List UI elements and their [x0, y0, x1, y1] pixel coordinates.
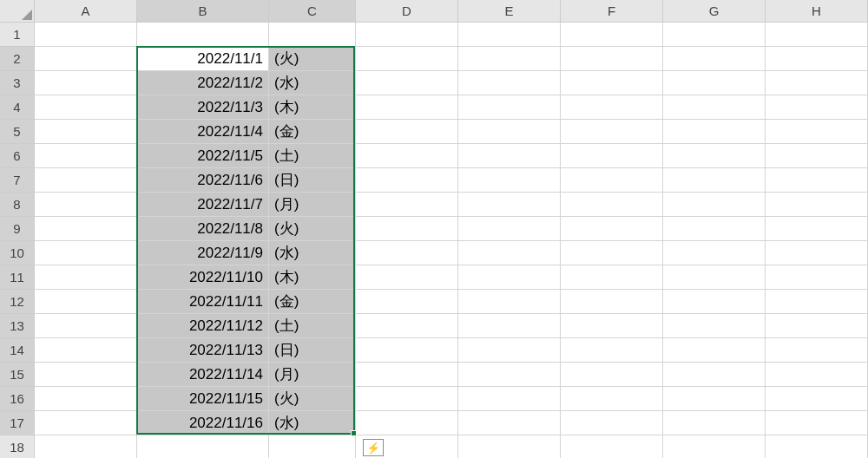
cell-F7[interactable]: [561, 168, 663, 193]
cell-A15[interactable]: [35, 363, 137, 387]
cell-G11[interactable]: [663, 265, 766, 290]
row-header-9[interactable]: 9: [0, 217, 35, 241]
cell-C14[interactable]: (日): [269, 338, 356, 363]
cell-A7[interactable]: [35, 168, 137, 193]
cell-G12[interactable]: [663, 290, 766, 314]
cell-C7[interactable]: (日): [269, 168, 356, 193]
cell-D16[interactable]: [356, 387, 458, 411]
row-header-3[interactable]: 3: [0, 71, 35, 95]
cell-C10[interactable]: (水): [269, 241, 356, 265]
cell-C2[interactable]: (火): [269, 47, 356, 71]
cell-F15[interactable]: [561, 363, 663, 387]
row-header-11[interactable]: 11: [0, 265, 35, 290]
cell-H11[interactable]: [766, 265, 868, 290]
cell-A18[interactable]: [35, 435, 137, 458]
cell-C16[interactable]: (火): [269, 387, 356, 411]
cell-G3[interactable]: [663, 71, 766, 95]
cell-A12[interactable]: [35, 290, 137, 314]
cell-A10[interactable]: [35, 241, 137, 265]
cell-H7[interactable]: [766, 168, 868, 193]
cell-D1[interactable]: [356, 23, 458, 47]
cell-F17[interactable]: [561, 411, 663, 435]
cell-A8[interactable]: [35, 193, 137, 217]
cell-H1[interactable]: [766, 23, 868, 47]
cell-F8[interactable]: [561, 193, 663, 217]
cell-B3[interactable]: 2022/11/2: [137, 71, 269, 95]
cell-A5[interactable]: [35, 120, 137, 144]
cell-F13[interactable]: [561, 314, 663, 338]
column-header-H[interactable]: H: [766, 0, 868, 23]
cell-F10[interactable]: [561, 241, 663, 265]
cell-G17[interactable]: [663, 411, 766, 435]
column-header-E[interactable]: E: [458, 0, 561, 23]
cell-G5[interactable]: [663, 120, 766, 144]
row-header-8[interactable]: 8: [0, 193, 35, 217]
cell-C8[interactable]: (月): [269, 193, 356, 217]
cell-G2[interactable]: [663, 47, 766, 71]
row-header-1[interactable]: 1: [0, 23, 35, 47]
row-header-16[interactable]: 16: [0, 387, 35, 411]
cell-D10[interactable]: [356, 241, 458, 265]
cell-B7[interactable]: 2022/11/6: [137, 168, 269, 193]
cell-G15[interactable]: [663, 363, 766, 387]
cell-D13[interactable]: [356, 314, 458, 338]
cell-E1[interactable]: [458, 23, 561, 47]
cell-E18[interactable]: [458, 435, 561, 458]
cell-B17[interactable]: 2022/11/16: [137, 411, 269, 435]
cell-G1[interactable]: [663, 23, 766, 47]
cell-E15[interactable]: [458, 363, 561, 387]
cell-C6[interactable]: (土): [269, 144, 356, 168]
row-header-7[interactable]: 7: [0, 168, 35, 193]
cell-G14[interactable]: [663, 338, 766, 363]
row-header-6[interactable]: 6: [0, 144, 35, 168]
cell-H6[interactable]: [766, 144, 868, 168]
cell-H9[interactable]: [766, 217, 868, 241]
select-all-corner[interactable]: [0, 0, 35, 23]
cell-F14[interactable]: [561, 338, 663, 363]
cell-B6[interactable]: 2022/11/5: [137, 144, 269, 168]
cell-A2[interactable]: [35, 47, 137, 71]
column-header-F[interactable]: F: [561, 0, 663, 23]
cell-H2[interactable]: [766, 47, 868, 71]
cell-B2[interactable]: 2022/11/1: [137, 47, 269, 71]
cell-H8[interactable]: [766, 193, 868, 217]
cell-E11[interactable]: [458, 265, 561, 290]
cell-D15[interactable]: [356, 363, 458, 387]
column-header-G[interactable]: G: [663, 0, 766, 23]
cell-H4[interactable]: [766, 95, 868, 120]
row-header-17[interactable]: 17: [0, 411, 35, 435]
cell-D12[interactable]: [356, 290, 458, 314]
cell-G16[interactable]: [663, 387, 766, 411]
cell-A13[interactable]: [35, 314, 137, 338]
cell-B8[interactable]: 2022/11/7: [137, 193, 269, 217]
cell-A1[interactable]: [35, 23, 137, 47]
cell-H16[interactable]: [766, 387, 868, 411]
cell-G10[interactable]: [663, 241, 766, 265]
cell-A4[interactable]: [35, 95, 137, 120]
cell-D2[interactable]: [356, 47, 458, 71]
cell-E10[interactable]: [458, 241, 561, 265]
cell-C11[interactable]: (木): [269, 265, 356, 290]
cell-E7[interactable]: [458, 168, 561, 193]
cell-B5[interactable]: 2022/11/4: [137, 120, 269, 144]
cell-E2[interactable]: [458, 47, 561, 71]
cell-H17[interactable]: [766, 411, 868, 435]
cell-E3[interactable]: [458, 71, 561, 95]
cell-B18[interactable]: [137, 435, 269, 458]
cell-B15[interactable]: 2022/11/14: [137, 363, 269, 387]
cell-G8[interactable]: [663, 193, 766, 217]
cell-E12[interactable]: [458, 290, 561, 314]
cell-A17[interactable]: [35, 411, 137, 435]
cell-C18[interactable]: [269, 435, 356, 458]
cell-B13[interactable]: 2022/11/12: [137, 314, 269, 338]
cell-F4[interactable]: [561, 95, 663, 120]
cell-C4[interactable]: (木): [269, 95, 356, 120]
cell-C15[interactable]: (月): [269, 363, 356, 387]
cell-A9[interactable]: [35, 217, 137, 241]
cell-H14[interactable]: [766, 338, 868, 363]
cell-D17[interactable]: [356, 411, 458, 435]
cell-H15[interactable]: [766, 363, 868, 387]
cell-A11[interactable]: [35, 265, 137, 290]
cell-H3[interactable]: [766, 71, 868, 95]
cell-B11[interactable]: 2022/11/10: [137, 265, 269, 290]
